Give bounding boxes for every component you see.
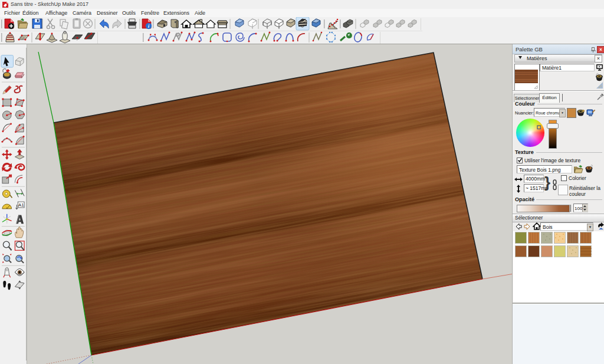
svg-text:A1: A1 (18, 202, 24, 208)
